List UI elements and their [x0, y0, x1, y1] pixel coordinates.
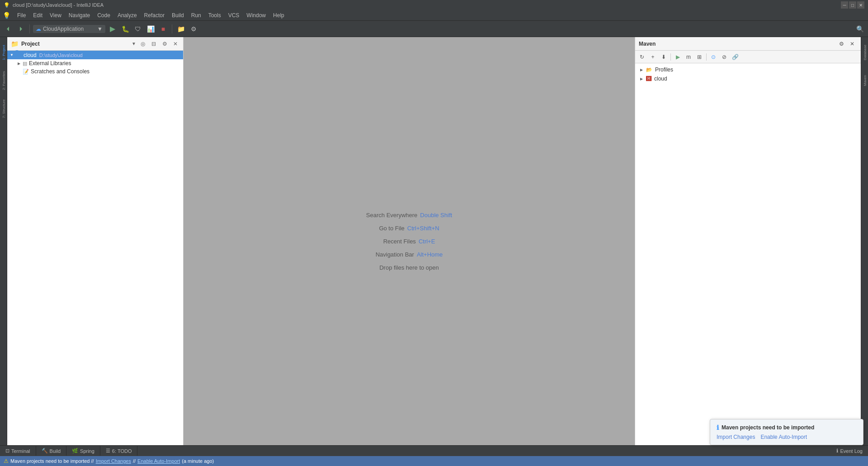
panel-settings-button[interactable]: ⚙ — [160, 40, 169, 48]
nav-back-button[interactable] — [3, 24, 14, 34]
tree-external-libraries[interactable]: ▤ External Libraries — [7, 59, 183, 67]
coverage-button[interactable]: 🛡 — [132, 24, 143, 34]
title-bar-left: 💡 cloud [D:\study\Java\cloud] - IntelliJ… — [4, 2, 104, 8]
menu-tools[interactable]: Tools — [205, 11, 225, 19]
hint-search: Search Everywhere Double Shift — [366, 212, 452, 219]
notification-actions: Import Changes Enable Auto-Import — [717, 434, 857, 440]
app-title: cloud [D:\study\Java\cloud] - IntelliJ I… — [13, 2, 104, 8]
tab-build[interactable]: 🔨 Build — [36, 446, 66, 456]
run-config-dropdown-icon: ▼ — [97, 26, 103, 32]
maven-run-button[interactable]: ▶ — [673, 52, 683, 62]
hint-recent-text: Recent Files — [383, 238, 416, 245]
maven-profiles-item[interactable]: 📂 Profiles — [635, 65, 861, 74]
notification-info-icon: ℹ — [717, 424, 719, 431]
status-warning-icon: ⚠ — [4, 458, 9, 464]
menu-code[interactable]: Code — [94, 11, 114, 19]
locate-file-button[interactable]: ◎ — [139, 40, 147, 48]
hint-navbar: Navigation Bar Alt+Home — [376, 251, 443, 258]
tree-scratches[interactable]: 📝 Scratches and Consoles — [7, 67, 183, 76]
sidebar-item-structure[interactable]: 7: Structure — [0, 95, 7, 122]
tab-todo[interactable]: ☰ 6: TODO — [100, 446, 138, 456]
right-activity-bar: Database Maven — [861, 37, 868, 445]
menu-refactor[interactable]: Refactor — [141, 11, 168, 19]
hint-search-text: Search Everywhere — [366, 212, 417, 219]
menu-edit[interactable]: Edit — [29, 11, 46, 19]
run-config-selector[interactable]: ☁ CloudApplication ▼ — [33, 25, 105, 33]
hint-recent-shortcut: Ctrl+E — [419, 238, 435, 245]
menu-analyze[interactable]: Analyze — [114, 11, 141, 19]
maven-tree: 📂 Profiles 🅼 cloud — [635, 63, 861, 445]
menu-help[interactable]: Help — [269, 11, 288, 19]
root-label: cloud — [24, 52, 37, 58]
editor-area: Search Everywhere Double Shift Go to Fil… — [184, 37, 635, 445]
maven-cloud-item[interactable]: 🅼 cloud — [635, 74, 861, 83]
menu-view[interactable]: View — [46, 11, 65, 19]
profiles-label: Profiles — [655, 67, 673, 73]
menu-run[interactable]: Run — [188, 11, 205, 19]
tab-terminal[interactable]: ⊡ Terminal — [0, 446, 36, 456]
cloud-chevron-icon — [639, 76, 644, 81]
status-message: Maven projects need to be imported // — [10, 458, 94, 464]
hint-search-shortcut: Double Shift — [420, 212, 452, 219]
nav-forward-button[interactable] — [15, 24, 26, 34]
run-config-label: CloudApplication — [43, 26, 84, 32]
settings-button[interactable]: ⚙ — [188, 24, 199, 34]
menu-vcs[interactable]: VCS — [225, 11, 243, 19]
main-toolbar: ☁ CloudApplication ▼ ▶ 🐛 🛡 📊 ■ 📁 ⚙ 🔍 — [0, 21, 868, 37]
maven-panel: Maven ⚙ ✕ ↻ + ⬇ ▶ m ⊞ ⊙ ⊘ 🔗 📂 Profiles — [635, 37, 861, 445]
profile-button[interactable]: 📊 — [145, 24, 156, 34]
tree-root-item[interactable]: cloud D:\study\Java\cloud — [7, 51, 183, 59]
menu-window[interactable]: Window — [243, 11, 269, 19]
event-log-button[interactable]: ℹ Event Log — [831, 446, 868, 456]
stop-button[interactable]: ■ — [158, 24, 169, 34]
notification-auto-import-link[interactable]: Enable Auto-Import — [760, 434, 807, 440]
maven-toggle-offline-button[interactable]: ⊙ — [708, 52, 718, 62]
profiles-chevron-icon — [639, 67, 644, 72]
hint-navbar-text: Navigation Bar — [376, 251, 414, 258]
maven-reload-button[interactable]: ↻ — [637, 52, 647, 62]
hint-goto-shortcut: Ctrl+Shift+N — [407, 225, 439, 232]
app-icon: 💡 — [2, 11, 11, 20]
maven-lifecycle-button[interactable]: m — [684, 52, 693, 62]
maven-show-deps-button[interactable]: 🔗 — [730, 52, 740, 62]
sidebar-item-maven[interactable]: Maven — [862, 67, 868, 94]
ext-lib-label: External Libraries — [29, 60, 71, 67]
status-auto-import-link[interactable]: Enable Auto-Import — [137, 458, 180, 464]
menu-build[interactable]: Build — [168, 11, 188, 19]
sidebar-item-project[interactable]: 1: Project — [0, 39, 7, 66]
event-log-icon: ℹ — [836, 448, 838, 454]
menu-navigate[interactable]: Navigate — [65, 11, 94, 19]
maven-sep-1 — [670, 53, 671, 61]
close-button[interactable]: ✕ — [857, 1, 864, 9]
hint-drop-text: Drop files here to open — [379, 264, 439, 271]
run-button[interactable]: ▶ — [107, 24, 118, 34]
maven-add-button[interactable]: + — [648, 52, 658, 62]
spring-label: Spring — [80, 448, 94, 454]
menu-file[interactable]: File — [14, 11, 29, 19]
notification-import-link[interactable]: Import Changes — [717, 434, 755, 440]
main-area: 1: Project 2: Favorites 7: Structure 📁 P… — [0, 37, 868, 445]
project-structure-button[interactable]: 📁 — [175, 24, 186, 34]
debug-button[interactable]: 🐛 — [120, 24, 131, 34]
search-everywhere-button[interactable]: 🔍 — [854, 24, 865, 34]
collapse-all-button[interactable]: ⊟ — [150, 40, 158, 48]
maven-plugins-button[interactable]: ⊞ — [694, 52, 704, 62]
scratches-icon: 📝 — [23, 69, 29, 75]
maven-settings-button[interactable]: ⚙ — [836, 39, 846, 49]
panel-close-button[interactable]: ✕ — [171, 40, 179, 48]
maven-title: Maven — [639, 41, 656, 47]
maximize-button[interactable]: □ — [849, 1, 856, 9]
build-label: Build — [50, 448, 61, 454]
maven-close-button[interactable]: ✕ — [847, 39, 857, 49]
maven-skip-tests-button[interactable]: ⊘ — [719, 52, 729, 62]
sidebar-item-favorites[interactable]: 2: Favorites — [0, 67, 7, 94]
status-bar: ⚠ Maven projects need to be imported // … — [0, 456, 868, 466]
tab-spring[interactable]: 🌿 Spring — [66, 446, 100, 456]
sidebar-item-database[interactable]: Database — [862, 39, 868, 66]
status-import-link[interactable]: Import Changes — [96, 458, 131, 464]
terminal-label: Terminal — [11, 448, 30, 454]
app-logo-icon: 💡 — [4, 2, 10, 8]
dropdown-icon: ▼ — [132, 41, 136, 46]
maven-download-sources-button[interactable]: ⬇ — [659, 52, 669, 62]
minimize-button[interactable]: ─ — [841, 1, 848, 9]
